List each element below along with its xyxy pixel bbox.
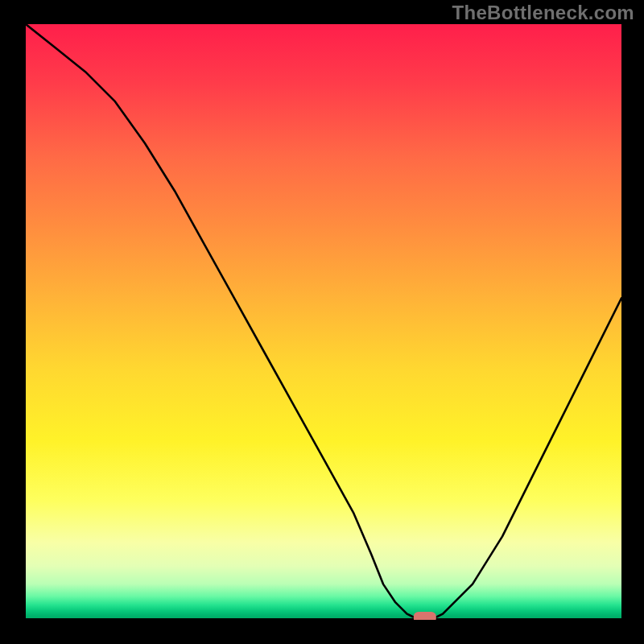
watermark-text: TheBottleneck.com	[452, 2, 634, 24]
curve-layer	[26, 24, 621, 620]
plot-area	[26, 24, 621, 620]
bottleneck-curve	[26, 24, 621, 620]
chart-frame: TheBottleneck.com	[0, 0, 644, 644]
optimal-point-marker	[414, 612, 436, 620]
